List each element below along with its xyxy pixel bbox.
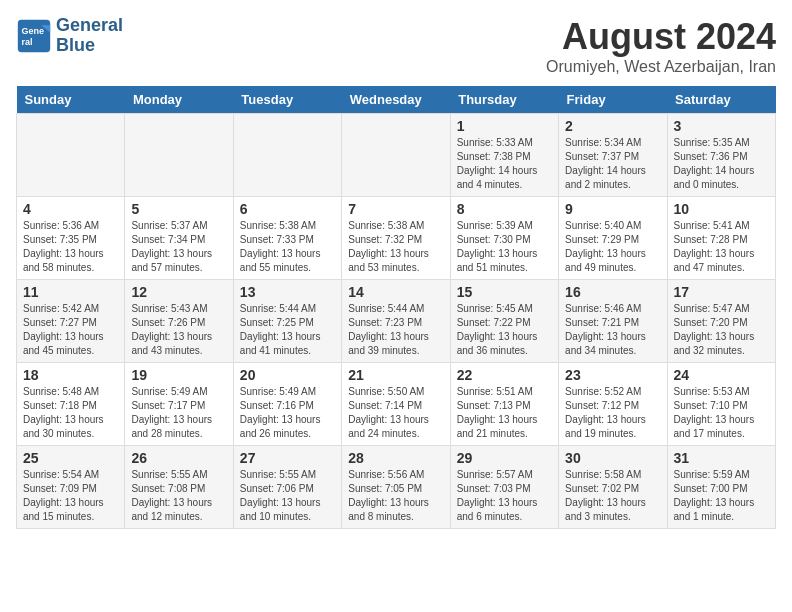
calendar-cell (342, 114, 450, 197)
logo: Gene ral General Blue (16, 16, 123, 56)
calendar-cell: 20Sunrise: 5:49 AMSunset: 7:16 PMDayligh… (233, 363, 341, 446)
day-number: 25 (23, 450, 118, 466)
calendar-cell: 11Sunrise: 5:42 AMSunset: 7:27 PMDayligh… (17, 280, 125, 363)
calendar-cell: 29Sunrise: 5:57 AMSunset: 7:03 PMDayligh… (450, 446, 558, 529)
calendar-cell: 2Sunrise: 5:34 AMSunset: 7:37 PMDaylight… (559, 114, 667, 197)
calendar-header-tuesday: Tuesday (233, 86, 341, 114)
logo-text: General Blue (56, 16, 123, 56)
day-number: 12 (131, 284, 226, 300)
day-info: Sunrise: 5:46 AMSunset: 7:21 PMDaylight:… (565, 302, 660, 358)
main-title: August 2024 (546, 16, 776, 58)
day-info: Sunrise: 5:37 AMSunset: 7:34 PMDaylight:… (131, 219, 226, 275)
day-number: 7 (348, 201, 443, 217)
day-info: Sunrise: 5:59 AMSunset: 7:00 PMDaylight:… (674, 468, 769, 524)
day-info: Sunrise: 5:53 AMSunset: 7:10 PMDaylight:… (674, 385, 769, 441)
calendar-header-friday: Friday (559, 86, 667, 114)
day-info: Sunrise: 5:38 AMSunset: 7:33 PMDaylight:… (240, 219, 335, 275)
calendar-cell: 18Sunrise: 5:48 AMSunset: 7:18 PMDayligh… (17, 363, 125, 446)
day-number: 2 (565, 118, 660, 134)
day-info: Sunrise: 5:43 AMSunset: 7:26 PMDaylight:… (131, 302, 226, 358)
calendar-week-row: 11Sunrise: 5:42 AMSunset: 7:27 PMDayligh… (17, 280, 776, 363)
calendar-cell: 25Sunrise: 5:54 AMSunset: 7:09 PMDayligh… (17, 446, 125, 529)
day-info: Sunrise: 5:49 AMSunset: 7:16 PMDaylight:… (240, 385, 335, 441)
calendar-header-wednesday: Wednesday (342, 86, 450, 114)
day-info: Sunrise: 5:33 AMSunset: 7:38 PMDaylight:… (457, 136, 552, 192)
day-number: 15 (457, 284, 552, 300)
calendar-week-row: 1Sunrise: 5:33 AMSunset: 7:38 PMDaylight… (17, 114, 776, 197)
day-info: Sunrise: 5:47 AMSunset: 7:20 PMDaylight:… (674, 302, 769, 358)
calendar-cell: 13Sunrise: 5:44 AMSunset: 7:25 PMDayligh… (233, 280, 341, 363)
calendar-cell: 31Sunrise: 5:59 AMSunset: 7:00 PMDayligh… (667, 446, 775, 529)
day-number: 17 (674, 284, 769, 300)
day-number: 6 (240, 201, 335, 217)
calendar-header-row: SundayMondayTuesdayWednesdayThursdayFrid… (17, 86, 776, 114)
day-info: Sunrise: 5:51 AMSunset: 7:13 PMDaylight:… (457, 385, 552, 441)
day-info: Sunrise: 5:44 AMSunset: 7:23 PMDaylight:… (348, 302, 443, 358)
day-number: 4 (23, 201, 118, 217)
calendar-cell: 30Sunrise: 5:58 AMSunset: 7:02 PMDayligh… (559, 446, 667, 529)
calendar-cell: 28Sunrise: 5:56 AMSunset: 7:05 PMDayligh… (342, 446, 450, 529)
day-number: 10 (674, 201, 769, 217)
calendar-cell: 19Sunrise: 5:49 AMSunset: 7:17 PMDayligh… (125, 363, 233, 446)
calendar-cell: 14Sunrise: 5:44 AMSunset: 7:23 PMDayligh… (342, 280, 450, 363)
day-number: 28 (348, 450, 443, 466)
svg-text:ral: ral (21, 37, 32, 47)
day-number: 18 (23, 367, 118, 383)
page-header: Gene ral General Blue August 2024 Orumiy… (16, 16, 776, 76)
day-number: 9 (565, 201, 660, 217)
day-info: Sunrise: 5:56 AMSunset: 7:05 PMDaylight:… (348, 468, 443, 524)
calendar-week-row: 25Sunrise: 5:54 AMSunset: 7:09 PMDayligh… (17, 446, 776, 529)
calendar-cell: 4Sunrise: 5:36 AMSunset: 7:35 PMDaylight… (17, 197, 125, 280)
day-number: 24 (674, 367, 769, 383)
calendar-cell: 21Sunrise: 5:50 AMSunset: 7:14 PMDayligh… (342, 363, 450, 446)
calendar-cell: 26Sunrise: 5:55 AMSunset: 7:08 PMDayligh… (125, 446, 233, 529)
calendar-week-row: 18Sunrise: 5:48 AMSunset: 7:18 PMDayligh… (17, 363, 776, 446)
day-info: Sunrise: 5:55 AMSunset: 7:08 PMDaylight:… (131, 468, 226, 524)
calendar-cell (233, 114, 341, 197)
day-number: 31 (674, 450, 769, 466)
calendar-cell: 16Sunrise: 5:46 AMSunset: 7:21 PMDayligh… (559, 280, 667, 363)
day-number: 1 (457, 118, 552, 134)
day-info: Sunrise: 5:54 AMSunset: 7:09 PMDaylight:… (23, 468, 118, 524)
calendar-cell (17, 114, 125, 197)
day-info: Sunrise: 5:52 AMSunset: 7:12 PMDaylight:… (565, 385, 660, 441)
day-info: Sunrise: 5:45 AMSunset: 7:22 PMDaylight:… (457, 302, 552, 358)
day-info: Sunrise: 5:50 AMSunset: 7:14 PMDaylight:… (348, 385, 443, 441)
svg-text:Gene: Gene (21, 26, 44, 36)
calendar-week-row: 4Sunrise: 5:36 AMSunset: 7:35 PMDaylight… (17, 197, 776, 280)
day-number: 16 (565, 284, 660, 300)
calendar-cell: 15Sunrise: 5:45 AMSunset: 7:22 PMDayligh… (450, 280, 558, 363)
day-number: 13 (240, 284, 335, 300)
day-number: 14 (348, 284, 443, 300)
subtitle: Orumiyeh, West Azerbaijan, Iran (546, 58, 776, 76)
day-number: 30 (565, 450, 660, 466)
day-number: 8 (457, 201, 552, 217)
calendar-cell: 6Sunrise: 5:38 AMSunset: 7:33 PMDaylight… (233, 197, 341, 280)
day-number: 3 (674, 118, 769, 134)
day-info: Sunrise: 5:36 AMSunset: 7:35 PMDaylight:… (23, 219, 118, 275)
day-number: 20 (240, 367, 335, 383)
calendar-cell: 10Sunrise: 5:41 AMSunset: 7:28 PMDayligh… (667, 197, 775, 280)
day-info: Sunrise: 5:55 AMSunset: 7:06 PMDaylight:… (240, 468, 335, 524)
calendar-cell: 17Sunrise: 5:47 AMSunset: 7:20 PMDayligh… (667, 280, 775, 363)
title-section: August 2024 Orumiyeh, West Azerbaijan, I… (546, 16, 776, 76)
day-number: 29 (457, 450, 552, 466)
calendar-cell: 12Sunrise: 5:43 AMSunset: 7:26 PMDayligh… (125, 280, 233, 363)
day-number: 5 (131, 201, 226, 217)
day-info: Sunrise: 5:41 AMSunset: 7:28 PMDaylight:… (674, 219, 769, 275)
calendar-table: SundayMondayTuesdayWednesdayThursdayFrid… (16, 86, 776, 529)
day-number: 26 (131, 450, 226, 466)
day-info: Sunrise: 5:39 AMSunset: 7:30 PMDaylight:… (457, 219, 552, 275)
calendar-header-monday: Monday (125, 86, 233, 114)
calendar-header-thursday: Thursday (450, 86, 558, 114)
day-info: Sunrise: 5:38 AMSunset: 7:32 PMDaylight:… (348, 219, 443, 275)
day-info: Sunrise: 5:49 AMSunset: 7:17 PMDaylight:… (131, 385, 226, 441)
calendar-cell: 7Sunrise: 5:38 AMSunset: 7:32 PMDaylight… (342, 197, 450, 280)
day-info: Sunrise: 5:35 AMSunset: 7:36 PMDaylight:… (674, 136, 769, 192)
day-number: 11 (23, 284, 118, 300)
day-info: Sunrise: 5:57 AMSunset: 7:03 PMDaylight:… (457, 468, 552, 524)
day-number: 19 (131, 367, 226, 383)
calendar-cell: 5Sunrise: 5:37 AMSunset: 7:34 PMDaylight… (125, 197, 233, 280)
calendar-cell: 24Sunrise: 5:53 AMSunset: 7:10 PMDayligh… (667, 363, 775, 446)
calendar-header-sunday: Sunday (17, 86, 125, 114)
